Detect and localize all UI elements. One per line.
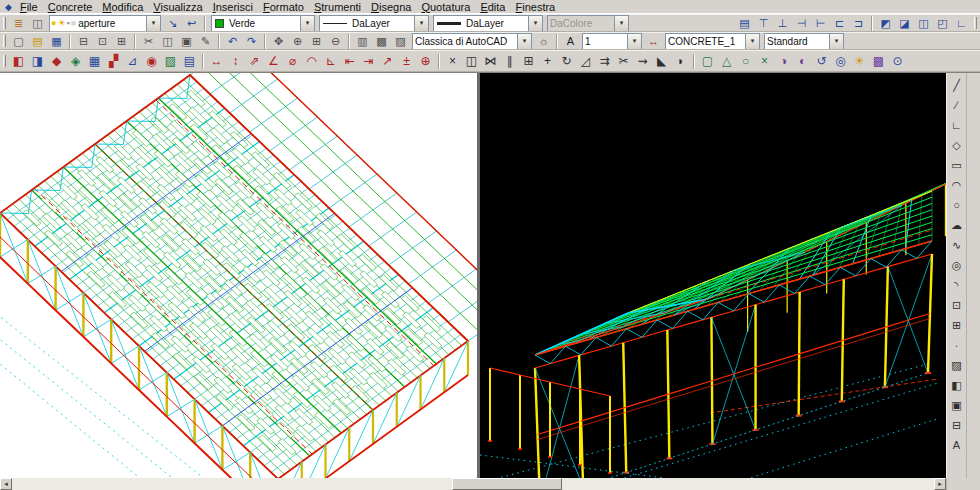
- menu-file[interactable]: File: [15, 0, 43, 14]
- layer-states-icon[interactable]: ◫: [28, 15, 47, 32]
- ucs-icon[interactable]: ∟: [952, 15, 971, 32]
- match-properties-icon[interactable]: ✎: [196, 33, 215, 50]
- angular-dimension-icon[interactable]: ∠: [264, 51, 283, 71]
- spline-icon[interactable]: ∿: [948, 235, 966, 255]
- erase-icon[interactable]: ×: [443, 51, 462, 71]
- array-icon[interactable]: ⊞: [519, 51, 538, 71]
- zoom-window-icon[interactable]: ⊞: [307, 33, 326, 50]
- linear-dimension-icon[interactable]: ↔: [207, 51, 226, 71]
- paste-icon[interactable]: ▣: [177, 33, 196, 50]
- left-view-icon[interactable]: ⊣: [792, 15, 811, 32]
- current-style-combo[interactable]: Standard ▾: [764, 33, 844, 50]
- continue-dimension-icon[interactable]: ⇥: [359, 51, 378, 71]
- rotate-icon[interactable]: ↻: [557, 51, 576, 71]
- gradient-icon[interactable]: ◧: [948, 375, 966, 395]
- tool-palettes-icon[interactable]: ▨: [391, 33, 410, 50]
- make-block-icon[interactable]: ⊞: [948, 315, 966, 335]
- orbit-icon[interactable]: ↺: [812, 51, 831, 71]
- redo-icon[interactable]: ↷: [242, 33, 261, 50]
- workspace-combo[interactable]: Classica di AutoCAD ▾: [412, 33, 532, 50]
- concrete-wall-icon[interactable]: ◈: [66, 51, 85, 71]
- scale-icon[interactable]: ◿: [576, 51, 595, 71]
- linetype-combo[interactable]: DaLayer ▾: [319, 15, 429, 32]
- stretch-icon[interactable]: ⇉: [595, 51, 614, 71]
- revcloud-icon[interactable]: ☁: [948, 215, 966, 235]
- menu-inserisci[interactable]: Inserisci: [208, 0, 258, 14]
- plot-preview-icon[interactable]: ⊡: [93, 33, 112, 50]
- concrete-mesh-icon[interactable]: ▨: [161, 51, 180, 71]
- concrete-node-icon[interactable]: ◉: [142, 51, 161, 71]
- line-icon[interactable]: ╱: [948, 75, 966, 95]
- bottom-view-icon[interactable]: ⊥: [773, 15, 792, 32]
- polygon-icon[interactable]: ◇: [948, 135, 966, 155]
- concrete-section-icon[interactable]: ▞: [104, 51, 123, 71]
- menu-strumenti[interactable]: Strumenti: [309, 0, 366, 14]
- osnap-midpoint-icon[interactable]: △: [717, 51, 736, 71]
- move-icon[interactable]: +: [538, 51, 557, 71]
- scroll-track[interactable]: [12, 478, 934, 490]
- named-views-icon[interactable]: ▤: [735, 15, 754, 32]
- menu-edita[interactable]: Edita: [475, 0, 510, 14]
- radius-dimension-icon[interactable]: ◠: [302, 51, 321, 71]
- publish-icon[interactable]: ⊞: [112, 33, 131, 50]
- top-view-icon[interactable]: ⊤: [754, 15, 773, 32]
- center-mark-icon[interactable]: ⊕: [416, 51, 435, 71]
- copy-object-icon[interactable]: ◫: [462, 51, 481, 71]
- dim-style-combo[interactable]: CONCRETE_1 ▾: [665, 33, 760, 50]
- undo-icon[interactable]: ↶: [223, 33, 242, 50]
- chevron-down-icon[interactable]: ▾: [528, 16, 542, 31]
- arc-icon[interactable]: ◠: [948, 175, 966, 195]
- open-icon[interactable]: ▤: [28, 33, 47, 50]
- save-icon[interactable]: ▦: [47, 33, 66, 50]
- concrete-slab-icon[interactable]: ◆: [47, 51, 66, 71]
- ne-isometric-icon[interactable]: ◫: [914, 15, 933, 32]
- chevron-down-icon[interactable]: ▾: [627, 34, 641, 49]
- mtext-icon[interactable]: A: [948, 435, 966, 455]
- quick-leader-icon[interactable]: ↗: [378, 51, 397, 71]
- dim-style-icon[interactable]: ↔: [644, 33, 663, 50]
- concrete-export-icon[interactable]: ▤: [180, 51, 199, 71]
- cut-icon[interactable]: ✂: [139, 33, 158, 50]
- insert-block-icon[interactable]: ⊡: [948, 295, 966, 315]
- zoom-previous-icon[interactable]: ⊖: [326, 33, 345, 50]
- osnap-intersection-icon[interactable]: ×: [755, 51, 774, 71]
- color-combo[interactable]: Verde ▾: [211, 15, 315, 32]
- region-icon[interactable]: ▣: [948, 395, 966, 415]
- trim-icon[interactable]: ✂: [614, 51, 633, 71]
- extend-icon[interactable]: ⇝: [633, 51, 652, 71]
- arc-length-dimension-icon[interactable]: ⊾: [321, 51, 340, 71]
- rectangle-icon[interactable]: ▭: [948, 155, 966, 175]
- menu-visualizza[interactable]: Visualizza: [148, 0, 207, 14]
- toolbar-grip[interactable]: [974, 17, 977, 29]
- chevron-down-icon[interactable]: ▾: [146, 16, 160, 31]
- copy-clip-icon[interactable]: ◫: [158, 33, 177, 50]
- back-view-icon[interactable]: ⊐: [849, 15, 868, 32]
- toolbar-grip[interactable]: [3, 35, 6, 47]
- properties-icon[interactable]: ▥: [353, 33, 372, 50]
- right-viewport-canvas[interactable]: [480, 73, 946, 478]
- aligned-dimension-icon[interactable]: ⇗: [245, 51, 264, 71]
- menu-concrete[interactable]: Concrete: [43, 0, 98, 14]
- se-isometric-icon[interactable]: ◪: [895, 15, 914, 32]
- scroll-thumb[interactable]: [452, 478, 562, 490]
- named-view-icon[interactable]: ⊙: [888, 51, 907, 71]
- menu-formato[interactable]: Formato: [258, 0, 309, 14]
- chamfer-icon[interactable]: ◣: [652, 51, 671, 71]
- left-viewport-canvas[interactable]: [0, 73, 477, 478]
- hatch-icon[interactable]: ▨: [948, 355, 966, 375]
- sw-isometric-icon[interactable]: ◩: [876, 15, 895, 32]
- concrete-beam-icon[interactable]: ◧: [9, 51, 28, 71]
- concrete-profile-icon[interactable]: ⊿: [123, 51, 142, 71]
- ellipse-arc-icon[interactable]: ◝: [948, 275, 966, 295]
- right-view-icon[interactable]: ⊢: [811, 15, 830, 32]
- polyline-icon[interactable]: ∟: [948, 115, 966, 135]
- materials-icon[interactable]: ▩: [869, 51, 888, 71]
- plot-icon[interactable]: ⊟: [74, 33, 93, 50]
- chevron-down-icon[interactable]: ▾: [414, 16, 428, 31]
- scroll-right-button[interactable]: ▸: [934, 478, 946, 490]
- chevron-down-icon[interactable]: ▾: [300, 16, 314, 31]
- chevron-down-icon[interactable]: ▾: [829, 34, 843, 49]
- table-icon[interactable]: ⊟: [948, 415, 966, 435]
- vertical-dimension-icon[interactable]: ↕: [226, 51, 245, 71]
- mirror-icon[interactable]: ⋈: [481, 51, 500, 71]
